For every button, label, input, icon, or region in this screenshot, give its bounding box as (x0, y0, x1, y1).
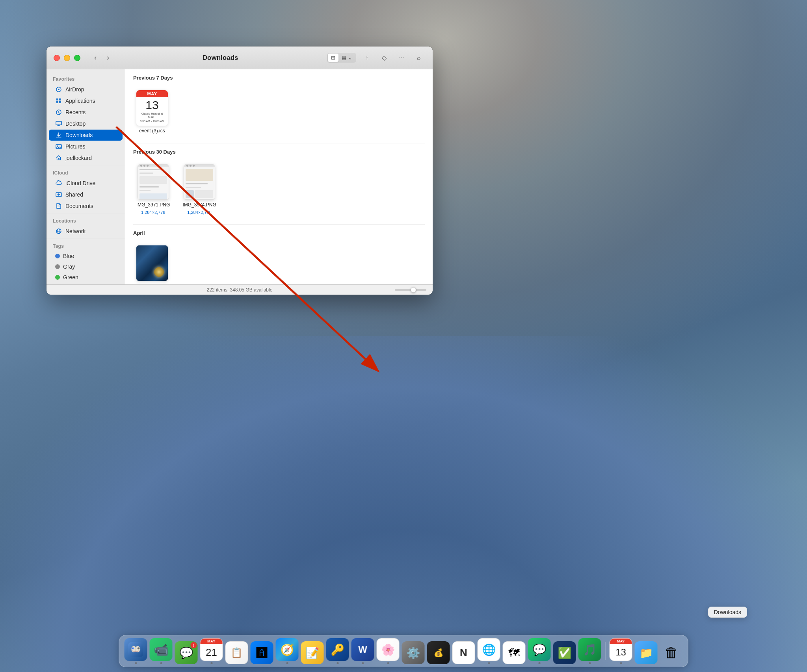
sidebar-item-documents[interactable]: Documents (49, 200, 123, 212)
network-icon (55, 228, 62, 235)
status-bar: 222 items, 348.05 GB available (46, 284, 433, 295)
dock-item-photos[interactable]: 🌸 (377, 638, 400, 664)
dock-item-word[interactable]: W (351, 638, 374, 664)
docs-icon (55, 202, 62, 210)
calendar2-dock-icon: MAY 13 (610, 638, 632, 661)
dock-indicator (589, 662, 591, 664)
sidebar-item-network[interactable]: Network (49, 226, 123, 237)
divider (46, 213, 125, 213)
downloads-icon (55, 132, 62, 139)
sidebar-item-airdrop[interactable]: AirDrop (49, 84, 123, 95)
dock-item-onepassword[interactable]: 🔑 (326, 638, 349, 664)
minimize-button[interactable] (64, 55, 70, 61)
file-item-img3974[interactable]: IMG_3974.PNG 1,284×2,778 (179, 161, 219, 218)
back-button[interactable]: ‹ (90, 52, 101, 63)
dock-item-chrome[interactable]: 🌐 (478, 638, 500, 664)
sidebar-item-label: joellockard (65, 155, 92, 161)
svg-point-16 (138, 648, 139, 649)
section-header-april: April (125, 225, 433, 239)
dock-item-reminders[interactable]: 📋 (225, 641, 248, 664)
april-photo-thumbnail (136, 245, 168, 281)
more-button[interactable]: ··· (395, 52, 408, 63)
sidebar-item-home[interactable]: joellockard (49, 152, 123, 163)
dock-indicator (286, 662, 288, 664)
sidebar: Favorites AirDrop Applications Recents (46, 69, 125, 284)
svg-rect-2 (56, 121, 61, 125)
nav-buttons: ‹ › (90, 52, 113, 63)
dock-item-maps[interactable]: 🗺 (503, 641, 526, 664)
things-dock-icon: ✅ (553, 641, 576, 664)
notes-dock-icon: 📝 (301, 641, 324, 664)
maximize-button[interactable] (74, 55, 80, 61)
list-view-button[interactable]: ▤ ⌄ (338, 54, 355, 62)
sidebar-item-label: Network (65, 228, 86, 234)
sidebar-item-desktop[interactable]: Desktop (49, 118, 123, 129)
dock-item-pockity[interactable]: 💰 (427, 641, 450, 664)
dock-indicator (210, 662, 212, 664)
sidebar-item-applications[interactable]: Applications (49, 95, 123, 106)
search-button[interactable]: ⌕ (412, 52, 426, 63)
sidebar-item-gray[interactable]: Gray (49, 262, 123, 272)
dock-item-safari[interactable]: 🧭 (276, 638, 299, 664)
downloads-tooltip: Downloads (708, 607, 747, 618)
pictures-icon (55, 143, 62, 150)
prev7-files-grid: MAY 13 Classic Haircut at Build...9:30 A… (125, 84, 433, 143)
dock-item-messages[interactable]: 💬 ! (175, 641, 198, 664)
dock-indicator (337, 662, 338, 664)
dock-indicator (160, 662, 162, 664)
sidebar-item-label: iCloud Drive (65, 180, 95, 186)
dock-item-spotify[interactable]: 🎵 (578, 638, 601, 664)
sidebar-item-icloud-drive[interactable]: iCloud Drive (49, 178, 123, 189)
green-tag-dot (55, 275, 60, 280)
calendar-file-icon: MAY 13 Classic Haircut at Build...9:30 A… (136, 90, 168, 126)
zoom-slider[interactable] (395, 289, 426, 291)
dock-item-things[interactable]: ✅ (553, 641, 576, 664)
sidebar-item-green[interactable]: Green (49, 272, 123, 282)
section-header-prev7: Previous 7 Days (125, 69, 433, 84)
forward-button[interactable]: › (102, 52, 113, 63)
divider (46, 165, 125, 165)
sidebar-item-label: Gray (63, 264, 75, 270)
sidebar-item-pictures[interactable]: Pictures (49, 141, 123, 152)
finder-window: ‹ › Downloads ⊞ ▤ ⌄ ↑ ◇ ··· ⌕ Favorites … (46, 46, 433, 295)
dock-item-notes[interactable]: 📝 (301, 641, 324, 664)
file-area: Previous 7 Days MAY 13 Classic Haircut a… (125, 69, 433, 284)
sidebar-item-recents[interactable]: Recents (49, 107, 123, 118)
dock-indicator (488, 662, 490, 664)
sidebar-item-label: Pictures (65, 143, 86, 150)
dock-item-notion[interactable]: N (452, 641, 475, 664)
grid-view-button[interactable]: ⊞ (328, 54, 338, 62)
dock-item-finder[interactable] (125, 638, 147, 664)
sidebar-item-shared[interactable]: Shared (49, 189, 123, 200)
sidebar-item-blue[interactable]: Blue (49, 251, 123, 261)
file-item-event-ics[interactable]: MAY 13 Classic Haircut at Build...9:30 A… (133, 87, 171, 137)
cal-month: MAY (136, 90, 168, 97)
dock-item-calendar2[interactable]: MAY 13 (610, 638, 632, 664)
dock-indicator (387, 662, 389, 664)
file-item-april-photo[interactable] (133, 242, 171, 284)
dock-item-whatsapp[interactable]: 💬 (528, 638, 551, 664)
reminders-dock-icon: 📋 (225, 641, 248, 664)
file-item-img3971[interactable]: IMG_3971.PNG 1,284×2,778 (133, 161, 173, 218)
cal-event: Classic Haircut at Build...9:30 AM - 10:… (136, 111, 168, 123)
dock-item-files[interactable]: 📁 (635, 641, 658, 664)
dock-item-appstore[interactable]: 🅰 (251, 641, 273, 664)
file-thumbnail-img3974 (184, 164, 215, 200)
dock-item-calendar[interactable]: MAY 21 (200, 638, 223, 664)
icloud-icon (55, 180, 62, 187)
word-dock-icon: W (351, 638, 374, 661)
sidebar-item-downloads[interactable]: Downloads (49, 130, 123, 141)
gray-tag-dot (55, 264, 60, 269)
title-bar: ‹ › Downloads ⊞ ▤ ⌄ ↑ ◇ ··· ⌕ (46, 46, 433, 69)
files-dock-icon: 📁 (635, 641, 658, 664)
tag-button[interactable]: ◇ (377, 52, 391, 63)
shared-icon (55, 191, 62, 198)
dock-divider (605, 642, 606, 660)
blue-tag-dot (55, 254, 60, 258)
dock-item-trash[interactable]: 🗑 (660, 641, 683, 664)
dock-item-prefs[interactable]: ⚙️ (402, 641, 425, 664)
file-name: IMG_3971.PNG (136, 202, 170, 208)
share-button[interactable]: ↑ (360, 52, 374, 63)
close-button[interactable] (54, 55, 60, 61)
dock-item-facetime[interactable]: 📹 (150, 638, 173, 664)
